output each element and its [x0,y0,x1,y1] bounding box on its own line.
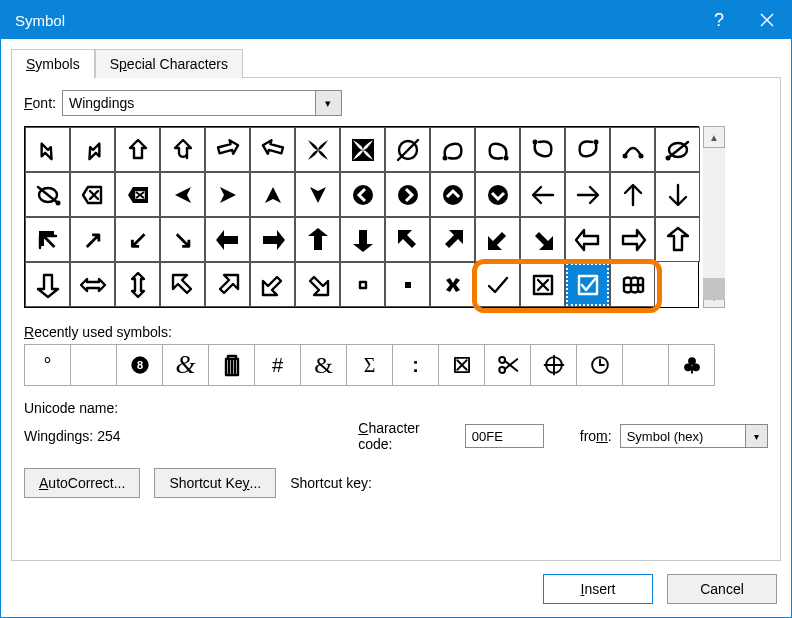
symbol-cell[interactable] [610,172,655,217]
symbol-cell[interactable] [25,127,70,172]
recent-symbol[interactable]: # [254,344,301,386]
symbol-cell[interactable] [160,127,205,172]
symbol-cell[interactable] [115,127,160,172]
symbol-cell[interactable]: ↖ [25,217,70,262]
recent-symbol[interactable]: Σ [346,344,393,386]
symbol-cell[interactable] [115,262,160,307]
char-code-input[interactable]: 00FE [465,424,544,448]
symbol-cell[interactable] [70,127,115,172]
svg-point-17 [398,185,418,205]
recent-symbol[interactable] [70,344,117,386]
recent-symbol[interactable]: ° [24,344,71,386]
grid-scrollbar[interactable]: ▲ ▼ [703,126,725,308]
recent-symbol[interactable] [484,344,531,386]
symbol-cell[interactable]: ↘ [160,217,205,262]
symbol-cell[interactable] [295,127,340,172]
symbol-cell[interactable] [385,172,430,217]
recent-symbol[interactable] [530,344,577,386]
recent-symbol[interactable] [208,344,255,386]
titlebar: Symbol ? [1,1,791,39]
symbol-cell[interactable] [160,262,205,307]
symbol-cell[interactable] [430,127,475,172]
symbol-cell[interactable] [520,217,565,262]
symbol-cell[interactable] [295,262,340,307]
symbol-cell-selected[interactable] [565,262,610,307]
symbol-cell[interactable] [385,217,430,262]
symbol-cell[interactable] [70,172,115,217]
symbol-cell[interactable] [250,172,295,217]
symbol-cell[interactable] [475,217,520,262]
svg-rect-25 [405,282,411,288]
recent-symbols-label: Recently used symbols: [24,324,768,340]
symbol-cell[interactable] [25,172,70,217]
symbol-cell[interactable] [340,262,385,307]
symbol-cell[interactable] [250,217,295,262]
symbol-cell[interactable] [655,262,700,307]
svg-point-11 [665,155,670,160]
svg-point-3 [442,155,447,160]
symbol-cell[interactable] [475,172,520,217]
symbol-cell[interactable] [340,127,385,172]
symbol-cell[interactable] [610,262,655,307]
symbol-cell[interactable] [205,172,250,217]
cancel-button[interactable]: Cancel [667,574,777,604]
help-button[interactable]: ? [695,1,743,39]
symbol-cell[interactable] [385,262,430,307]
symbol-cell[interactable] [205,262,250,307]
autocorrect-button[interactable]: AutoCorrect... [24,468,140,498]
symbol-cell[interactable] [295,217,340,262]
scroll-up-button[interactable]: ▲ [703,126,725,148]
svg-point-6 [593,139,598,144]
symbol-cell[interactable] [655,172,700,217]
symbol-cell[interactable] [565,172,610,217]
symbol-cell[interactable] [520,172,565,217]
symbol-cell[interactable] [475,262,520,307]
symbol-cell[interactable] [565,127,610,172]
svg-rect-24 [360,282,366,288]
symbol-cell[interactable] [385,127,430,172]
symbol-cell[interactable] [250,262,295,307]
symbol-cell[interactable] [70,262,115,307]
scroll-track[interactable] [703,148,725,286]
recent-symbol[interactable]: : [392,344,439,386]
recent-symbol[interactable] [438,344,485,386]
close-button[interactable] [743,1,791,39]
symbol-cell[interactable] [475,127,520,172]
symbol-cell[interactable] [295,172,340,217]
symbol-cell[interactable] [565,217,610,262]
symbol-cell[interactable] [430,262,475,307]
tab-symbols[interactable]: Symbols [11,49,95,78]
recent-symbol[interactable] [668,344,715,386]
font-dropdown[interactable]: Wingdings ▾ [62,90,342,116]
symbol-cell[interactable] [340,172,385,217]
tab-special-characters[interactable]: Special Characters [95,49,243,78]
symbol-cell[interactable] [610,127,655,172]
symbol-cell[interactable]: ↙ [115,217,160,262]
symbol-cell[interactable]: ↗ [70,217,115,262]
svg-point-46 [684,363,692,371]
symbol-cell[interactable] [340,217,385,262]
symbol-cell[interactable] [115,172,160,217]
symbol-cell[interactable] [655,127,700,172]
symbol-cell[interactable] [205,127,250,172]
recent-symbol[interactable]: 8 [116,344,163,386]
tabs: Symbols Special Characters [11,47,781,77]
recent-symbol[interactable] [576,344,623,386]
symbol-cell[interactable] [205,217,250,262]
symbol-cell[interactable] [610,217,655,262]
recent-symbol[interactable] [622,344,669,386]
symbol-cell[interactable] [655,217,700,262]
recent-symbol[interactable]: & [300,344,347,386]
shortcut-key-button[interactable]: Shortcut Key... [154,468,276,498]
symbol-cell[interactable] [520,127,565,172]
from-dropdown[interactable]: Symbol (hex) ▾ [620,424,768,448]
symbol-cell[interactable] [25,262,70,307]
symbol-cell[interactable] [430,217,475,262]
scroll-thumb[interactable] [703,278,725,300]
recent-symbol[interactable]: & [162,344,209,386]
symbol-cell[interactable] [250,127,295,172]
insert-button[interactable]: Insert [543,574,653,604]
symbol-cell[interactable] [430,172,475,217]
symbol-cell[interactable] [160,172,205,217]
symbol-cell[interactable] [520,262,565,307]
